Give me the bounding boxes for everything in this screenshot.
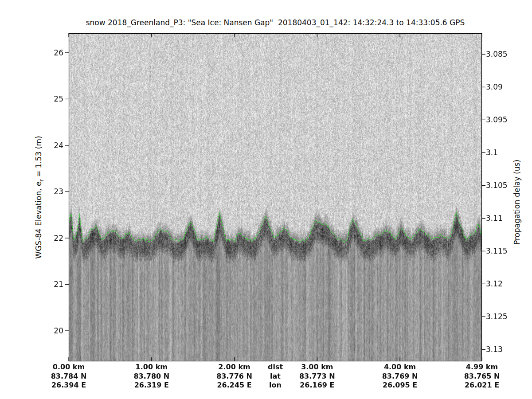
right-tick-label: 3.13 [486,345,526,354]
right-axis-label: Propagation delay (us) [512,160,521,245]
x-axis-row-headers-row-lat: lat [244,372,306,381]
right-tick-label: 3.115 [486,246,526,255]
x-tick-column-row-lon: 26.021 E [451,381,513,390]
left-axis-label-subscript: r [39,180,45,182]
left-tick-label: 23 [24,187,63,196]
x-axis-row-headers-row-lon: lon [244,381,306,390]
echogram-image [69,33,482,361]
echogram-figure: snow 2018_Greenland_P3: "Sea Ice: Nansen… [0,0,532,399]
x-tick-column-row-lat: 83.769 N [369,372,431,381]
right-tick-label: 3.1 [486,148,526,157]
x-tick-column: 1.00 km83.780 N26.319 E [121,363,183,390]
x-tick-column-row-lat: 83.765 N [451,372,513,381]
x-axis-row-headers-row-dist: dist [244,363,306,372]
right-tick-label: 3.125 [486,312,526,321]
right-tick-label: 3.085 [486,50,526,59]
x-tick-column-row-dist: 4.99 km [451,363,513,372]
right-tick-label: 3.09 [486,82,526,91]
x-axis-row-headers: distlatlon [244,363,306,390]
right-tick-label: 3.11 [486,214,526,223]
x-tick-column: 0.00 km83.784 N26.394 E [38,363,100,390]
x-tick-column-row-dist: 1.00 km [121,363,183,372]
left-tick-label: 25 [24,94,63,103]
left-tick-label: 26 [24,48,63,57]
x-tick-column-row-dist: 4.00 km [369,363,431,372]
x-tick-column-row-lon: 26.095 E [369,381,431,390]
left-tick-label: 22 [24,234,63,243]
left-tick-label: 21 [24,280,63,289]
x-tick-column: 4.99 km83.765 N26.021 E [451,363,513,390]
x-tick-column: 4.00 km83.769 N26.095 E [369,363,431,390]
x-tick-column-row-lat: 83.780 N [121,372,183,381]
x-tick-column-row-lat: 83.784 N [38,372,100,381]
right-tick-label: 3.105 [486,181,526,190]
x-tick-column-row-lon: 26.394 E [38,381,100,390]
right-tick-label: 3.12 [486,279,526,288]
x-tick-column-row-dist: 0.00 km [38,363,100,372]
right-tick-label: 3.095 [486,115,526,124]
left-tick-label: 24 [24,141,63,150]
left-tick-label: 20 [24,326,63,335]
plot-title: snow 2018_Greenland_P3: "Sea Ice: Nansen… [69,18,482,27]
x-tick-column-row-lon: 26.319 E [121,381,183,390]
